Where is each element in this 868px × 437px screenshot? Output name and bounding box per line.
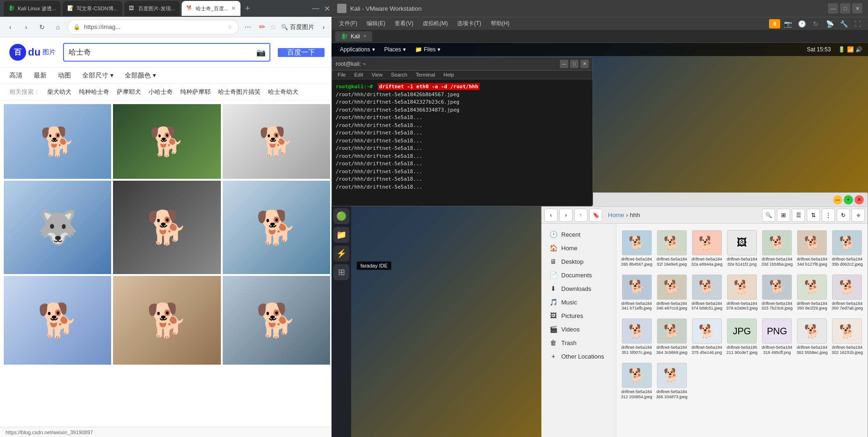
sidebar-documents[interactable]: 📄 Documents — [543, 268, 614, 282]
nav-forward2[interactable]: › — [317, 21, 330, 34]
file-item-2[interactable]: 🐕 driftnet-5e5a18431f 16e9e8.jpeg — [655, 227, 688, 270]
vmware-minimize[interactable]: — — [828, 3, 838, 14]
terminal-window[interactable]: root@kali: ~ — □ ✕ File Edit View Search… — [332, 57, 593, 206]
file-item-13[interactable]: 🐕 driftnet-5e5a184350 8e1f29.jpeg — [796, 272, 829, 314]
filter-hd[interactable]: 高清 — [9, 71, 22, 80]
fm-sort[interactable]: ⇅ — [807, 209, 820, 222]
fm-open[interactable]: ⎆ — [852, 209, 865, 222]
new-tab-button[interactable]: + — [242, 4, 253, 14]
related-tag-1[interactable]: 柴犬幼犬 — [47, 88, 71, 96]
file-item-17[interactable]: 🐕 driftnet-5e5a184375 45e146.png — [690, 316, 723, 358]
menu-help[interactable]: 帮助(H) — [487, 19, 514, 28]
pause-button[interactable]: ⏸ — [769, 19, 780, 28]
fm-back[interactable]: ‹ — [544, 209, 557, 222]
tab-baidu-images[interactable]: 🖼 百度图片-发现... — [124, 1, 180, 16]
menu-tabs[interactable]: 选项卡(T) — [453, 19, 485, 28]
image-cell-2[interactable]: 🐕 — [113, 104, 220, 179]
file-item-16[interactable]: 🐕 driftnet-5e5a184364 3c9869.jpeg — [655, 316, 688, 358]
file-item-11[interactable]: 🐕 driftnet-5e5a184379 e2a9e3.jpeg — [725, 272, 758, 314]
home-button[interactable]: ⌂ — [51, 21, 64, 34]
image-cell-9[interactable]: 🐕 — [223, 276, 330, 365]
sidebar-trash[interactable]: 🗑 Trash — [543, 336, 614, 349]
baidu-search-box[interactable]: 📷 — [63, 43, 270, 62]
breadcrumb-home[interactable]: Home — [608, 211, 624, 218]
menu-edit[interactable]: 编辑(E) — [363, 19, 389, 28]
file-item-12[interactable]: 🐕 driftnet-5e5a184323 7b23c6.jpeg — [761, 272, 794, 314]
fm-up[interactable]: ↑ — [574, 209, 587, 222]
tab-csdn[interactable]: 📝 写文章-CSDN博... — [63, 1, 122, 16]
fm-bookmark[interactable]: 🔖 — [589, 209, 602, 222]
filter-gif[interactable]: 动图 — [58, 71, 71, 80]
connect-icon[interactable]: 📡 — [823, 17, 836, 30]
minimize-browser[interactable]: — — [312, 4, 319, 13]
file-item-9[interactable]: 🐕 driftnet-5e5a184346 e87ccd.jpeg — [655, 272, 688, 314]
kali-desktop[interactable]: Applications ▾ Places ▾ 📁 Files ▾ Sat 15… — [332, 43, 868, 437]
image-cell-4[interactable]: 🐺 — [4, 181, 111, 274]
image-cell-8[interactable]: 🐕 — [113, 276, 220, 365]
fm-list-view[interactable]: ☰ — [792, 209, 805, 222]
menu-vm[interactable]: 虚拟机(M) — [419, 19, 452, 28]
close-browser[interactable]: ✕ — [324, 4, 330, 13]
fm-maximize[interactable]: + — [844, 195, 853, 204]
file-item-4[interactable]: 🖼 driftnet-5e5a18432e b141f2.png — [725, 227, 758, 270]
related-tag-6[interactable]: 哈士奇图片搞笑 — [218, 88, 261, 96]
image-cell-7[interactable]: 🐕 — [4, 276, 111, 365]
file-item-15[interactable]: 🐕 driftnet-5e5a184351 5f007c.jpeg — [620, 316, 653, 358]
menu-file[interactable]: 文件(F) — [335, 19, 361, 28]
snapshot-icon[interactable]: 📷 — [781, 17, 794, 30]
image-cell-5[interactable]: 🐕 — [113, 181, 220, 274]
filter-latest[interactable]: 最新 — [34, 71, 47, 80]
fm-forward[interactable]: › — [559, 209, 572, 222]
tmenu-edit[interactable]: Edit — [351, 70, 367, 79]
image-cell-6[interactable]: 🐕 — [223, 181, 330, 274]
file-item-19[interactable]: PNG driftnet-5e5a184319 495cff.png — [761, 316, 794, 358]
related-tag-7[interactable]: 哈士奇幼犬 — [268, 88, 298, 96]
fm-refresh[interactable]: ↻ — [837, 209, 850, 222]
related-tag-3[interactable]: 萨摩耶犬 — [117, 88, 141, 96]
related-tag-5[interactable]: 纯种萨摩耶 — [180, 88, 211, 96]
tmenu-terminal[interactable]: Terminal — [412, 70, 439, 79]
file-item-8[interactable]: 🐕 driftnet-5e5a184341 b71efb.jpeg — [620, 272, 653, 314]
file-item-23[interactable]: 🐕 driftnet-5e5a184366 334873.jpeg — [655, 360, 688, 402]
camera-icon[interactable]: 📷 — [253, 48, 269, 57]
image-cell-1[interactable]: 🐕 — [4, 104, 111, 179]
kali-tab[interactable]: 🐉 Kali ✕ — [335, 31, 372, 42]
filter-size[interactable]: 全部尺寸 ▾ — [82, 71, 113, 80]
dock-item-10[interactable]: 📁 — [333, 227, 349, 243]
extensions-button[interactable]: ⋯ — [241, 21, 254, 34]
terminal-maximize[interactable]: □ — [570, 60, 579, 68]
sidebar-downloads[interactable]: ⬇ Downloads — [543, 282, 614, 295]
fullscreen-icon[interactable]: ⛶ — [851, 17, 864, 30]
file-item-6[interactable]: 🐕 driftnet-5e5a18434d b127f8.jpeg — [796, 227, 829, 270]
forward-button[interactable]: › — [20, 21, 33, 34]
refresh-icon[interactable]: ↻ — [809, 17, 822, 30]
file-item-10[interactable]: 🐕 driftnet-5e5a184374 b0dc51.jpeg — [690, 272, 723, 314]
vmware-maximize[interactable]: □ — [840, 3, 850, 14]
address-bar[interactable]: 🔒 https://imag... ☆ — [67, 20, 239, 35]
sidebar-desktop[interactable]: 🖥 Desktop — [543, 255, 614, 268]
sidebar-videos[interactable]: 🎬 Videos — [543, 323, 614, 336]
sidebar-other-locations[interactable]: + Other Locations — [543, 350, 614, 363]
terminal-close[interactable]: ✕ — [580, 60, 589, 68]
file-item-18[interactable]: JPG driftnet-5e5a185211 90cde7.jpeg — [725, 316, 758, 358]
file-item-7[interactable]: 🐕 driftnet-5e5a18435b d062c2.jpeg — [831, 227, 864, 270]
file-item-21[interactable]: 🐕 driftnet-5e5a184302 16231b.jpeg — [831, 316, 864, 358]
tools-icon[interactable]: 🔧 — [837, 17, 850, 30]
clock-icon[interactable]: 🕐 — [795, 17, 808, 30]
file-item-20[interactable]: 🐕 driftnet-5e5a184362 5558ec.jpeg — [796, 316, 829, 358]
dock-faraday[interactable]: ⚡ — [333, 246, 349, 261]
tab-husky-active[interactable]: 🐕 哈士奇_百度... ✕ — [182, 1, 240, 16]
places-menu[interactable]: Places ▾ — [381, 45, 409, 54]
sidebar-music[interactable]: 🎵 Music — [543, 296, 614, 309]
tmenu-search[interactable]: Search — [387, 70, 411, 79]
file-item-14[interactable]: 🐕 driftnet-5e5a184350 7ed7ab.jpeg — [831, 272, 864, 314]
file-item-5[interactable]: 🐕 driftnet-5e5a18433d 1b58ba.jpeg — [761, 227, 794, 270]
tab4-close[interactable]: ✕ — [231, 5, 236, 12]
tmenu-help[interactable]: Help — [440, 70, 458, 79]
file-item-1[interactable]: 🐕 driftnet-5e5a18426b 8b4567.jpeg — [620, 227, 653, 270]
file-item-3[interactable]: 🐕 driftnet-5e5a18432a e8944a.jpeg — [690, 227, 723, 270]
back-button[interactable]: ‹ — [4, 21, 17, 34]
tmenu-file[interactable]: File — [334, 70, 350, 79]
fm-search[interactable]: 🔍 — [762, 209, 775, 222]
baidu-search-button[interactable]: 百度一下 — [278, 48, 325, 57]
